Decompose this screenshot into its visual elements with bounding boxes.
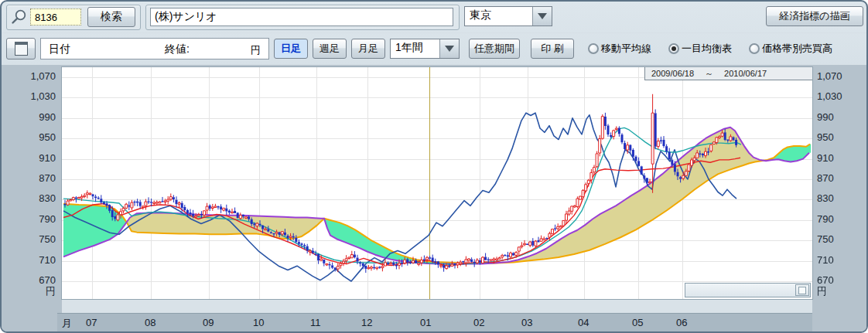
ichimoku-candlestick-canvas[interactable] [62, 67, 812, 299]
exchange-dropdown-button[interactable] [532, 7, 552, 25]
stock-name-input[interactable] [150, 8, 453, 26]
stock-code-input[interactable] [30, 8, 81, 25]
y-tick-label-right: 990 [817, 111, 834, 124]
month-tick-label: 02 [473, 317, 484, 328]
month-axis-unit: 月 [62, 317, 72, 331]
radio-label: 価格帯別売買高 [762, 42, 832, 56]
custom-range-button[interactable]: 任意期間 [469, 39, 520, 59]
plot-footer-strip [62, 300, 812, 313]
close-price-label: 終値: [165, 42, 190, 56]
month-tick-label: 06 [676, 317, 687, 328]
month-tick-label: 04 [578, 317, 589, 328]
y-tick-label-left: 750 [5, 233, 56, 246]
overlay-radio-volume-by-price[interactable]: 価格帯別売買高 [749, 42, 832, 56]
y-tick-label-right: 950 [817, 131, 834, 144]
radio-icon [668, 43, 679, 54]
y-tick-label-right: 750 [817, 233, 834, 246]
y-tick-label-left: 1,070 [5, 70, 56, 83]
y-tick-label-right: 1,070 [817, 70, 842, 83]
quote-readout-panel: 日付 終値: 円 [40, 38, 269, 59]
y-tick-label-left: 710 [5, 254, 56, 267]
range-start-date: 2009/06/18 [651, 69, 694, 78]
range-selected-value: 1年間 [391, 39, 439, 58]
y-tick-label-right: 870 [817, 172, 834, 185]
top-toolbar: 検索 東京 経済指標の描画 [2, 2, 866, 32]
y-tick-label-right: 830 [817, 192, 834, 205]
radio-icon [588, 43, 599, 54]
y-tick-label-left: 950 [5, 131, 56, 144]
y-axis-unit-left: 円 [5, 285, 56, 297]
month-tick-label: 12 [361, 317, 372, 328]
y-tick-label-left: 990 [5, 111, 56, 124]
range-dropdown-button[interactable] [439, 39, 459, 58]
overlay-radio-ichimoku[interactable]: 一目均衡表 [668, 42, 732, 56]
month-tick-label: 01 [420, 317, 431, 328]
y-tick-label-right: 710 [817, 254, 834, 267]
y-tick-label-right: 1,030 [817, 90, 842, 103]
period-monthly-button[interactable]: 月足 [351, 39, 385, 59]
month-tick-label: 07 [86, 317, 97, 328]
y-tick-label-right: 910 [817, 152, 834, 165]
month-tick-label: 10 [253, 317, 264, 328]
chart-region: 2009/06/18 ～ 2010/06/17 月070809101112010… [2, 65, 868, 331]
stock-chart-app: 検索 東京 経済指標の描画 日付 終値: 円 日足 週足 月足 1年間 任意期間… [0, 0, 868, 333]
stock-name-group [145, 5, 460, 30]
draw-economic-indicator-button[interactable]: 経済指標の描画 [766, 6, 863, 26]
period-weekly-button[interactable]: 週足 [313, 39, 347, 59]
y-axis-unit-right: 円 [817, 285, 827, 297]
radio-label: 移動平均線 [601, 42, 651, 56]
overlay-radio-moving-average[interactable]: 移動平均線 [588, 42, 651, 56]
search-button[interactable]: 検索 [87, 7, 135, 27]
range-separator: ～ [705, 68, 713, 80]
range-end-date: 2010/06/17 [724, 69, 767, 78]
month-tick-label: 09 [203, 317, 214, 328]
radio-label: 一目均衡表 [682, 42, 732, 56]
exchange-selected-value: 東京 [465, 7, 532, 25]
scrollbar-button[interactable] [795, 284, 809, 296]
yen-unit-label: 円 [251, 43, 261, 57]
chart-toolbar: 日付 終値: 円 日足 週足 月足 1年間 任意期間 印 刷 移動平均線 一目均… [2, 32, 866, 66]
y-tick-label-left: 830 [5, 192, 56, 205]
x-axis-month-bar: 月070809101112010203040506 [57, 313, 812, 333]
exchange-select[interactable]: 東京 [464, 6, 552, 26]
chevron-down-icon [538, 13, 547, 19]
legend-panel-button[interactable] [6, 38, 36, 59]
chevron-down-icon [445, 46, 454, 52]
price-plot[interactable]: 2009/06/18 ～ 2010/06/17 [61, 66, 813, 300]
month-tick-label: 08 [145, 317, 155, 328]
date-label: 日付 [49, 42, 70, 56]
print-button[interactable]: 印 刷 [531, 39, 574, 59]
radio-icon [749, 43, 760, 54]
y-tick-label-left: 1,030 [5, 90, 56, 103]
y-tick-label-left: 910 [5, 152, 56, 165]
symbol-search-group: 検索 [6, 5, 141, 30]
range-select[interactable]: 1年間 [390, 39, 460, 59]
y-tick-label-left: 870 [5, 172, 56, 185]
y-tick-label-right: 790 [817, 213, 834, 226]
y-tick-label-left: 790 [5, 213, 56, 226]
scrollbar-thumb-icon [798, 287, 806, 294]
chart-scrollbar[interactable] [685, 283, 811, 297]
month-tick-label: 03 [521, 317, 532, 328]
month-tick-label: 11 [310, 317, 321, 328]
month-tick-label: 05 [632, 317, 643, 328]
date-range-box: 2009/06/18 ～ 2010/06/17 [644, 67, 812, 80]
search-icon [10, 8, 28, 26]
period-daily-button[interactable]: 日足 [274, 39, 308, 59]
window-icon [15, 42, 28, 56]
